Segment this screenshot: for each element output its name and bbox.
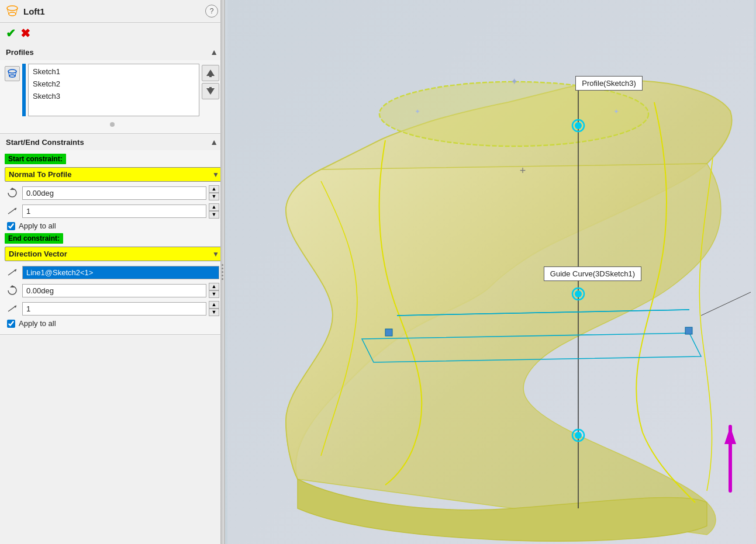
profile-callout: Profile(Sketch3) — [575, 76, 642, 91]
start-angle-spinner: ▲ ▼ — [209, 185, 219, 200]
confirm-button[interactable]: ✔ — [6, 26, 16, 40]
move-up-button[interactable] — [202, 65, 219, 81]
start-constraint-select[interactable]: Normal To Profile None Direction Vector … — [5, 167, 223, 182]
constraints-section-title: Start/End Constraints — [6, 138, 84, 147]
list-item[interactable]: Sketch1 — [30, 65, 198, 78]
profiles-section-title: Profiles — [6, 48, 34, 57]
start-angle-row: 0.00deg ▲ ▼ — [5, 185, 219, 200]
end-angle-input[interactable] — [22, 284, 206, 297]
svg-point-5 — [9, 75, 15, 77]
svg-rect-9 — [209, 75, 212, 77]
3d-viewport-svg: + ✦ ✦ ✦ — [225, 0, 756, 544]
guide-curve-callout-text: Guide Curve(3DSketch1) — [550, 269, 635, 278]
end-direction-row — [5, 265, 219, 280]
profiles-nav — [202, 64, 219, 116]
profiles-main-row: Sketch1 Sketch2 Sketch3 — [5, 64, 219, 116]
left-panel: Loft1 ? ✔ ✖ Profiles ▲ — [0, 0, 225, 544]
svg-text:✦: ✦ — [415, 108, 420, 116]
profiles-chevron-icon: ▲ — [210, 47, 218, 57]
start-angle-up-button[interactable]: ▲ — [209, 185, 219, 193]
action-row: ✔ ✖ — [0, 23, 224, 44]
start-constraint-dropdown-row: Normal To Profile None Direction Vector … — [5, 167, 219, 182]
end-tangent-input[interactable] — [22, 302, 206, 316]
end-direction-input[interactable] — [22, 266, 219, 279]
svg-rect-11 — [209, 87, 212, 89]
profiles-section-header[interactable]: Profiles ▲ — [0, 44, 224, 60]
svg-point-27 — [575, 122, 582, 129]
profiles-icon-col — [5, 64, 20, 116]
end-angle-row: ▲ ▼ — [5, 283, 219, 298]
svg-text:+: + — [520, 165, 526, 176]
tangent-icon — [5, 203, 20, 219]
start-apply-all-label: Apply to all — [19, 221, 56, 230]
start-tangent-row: 1 ▲ ▼ — [5, 203, 219, 219]
end-constraint-dropdown-row: Direction Vector None Normal To Profile … — [5, 247, 219, 261]
constraints-section: Start/End Constraints ▲ Start constraint… — [0, 134, 224, 335]
cancel-button[interactable]: ✖ — [20, 26, 30, 40]
end-rotation-icon — [5, 283, 20, 298]
start-tangent-down-button[interactable]: ▼ — [209, 211, 219, 219]
constraints-chevron-icon: ▲ — [210, 137, 218, 147]
rotation-icon — [5, 185, 20, 200]
svg-point-1 — [9, 12, 16, 16]
constraints-section-header[interactable]: Start/End Constraints ▲ — [0, 134, 224, 150]
end-angle-up-button[interactable]: ▲ — [209, 283, 219, 290]
profiles-list[interactable]: Sketch1 Sketch2 Sketch3 — [28, 64, 199, 116]
profiles-section-body: Sketch1 Sketch2 Sketch3 — [0, 60, 224, 133]
guide-curve-callout: Guide Curve(3DSketch1) — [544, 266, 641, 281]
resize-dots — [222, 264, 223, 280]
list-item[interactable]: Sketch2 — [30, 78, 198, 90]
end-apply-all-row: Apply to all — [5, 319, 219, 328]
viewport[interactable]: + ✦ ✦ ✦ Profile(Sketch3) Guide Curve(3DS… — [225, 0, 756, 544]
constraints-section-body: Start constraint: Normal To Profile None… — [0, 150, 224, 334]
start-tangent-spinner: ▲ ▼ — [209, 203, 219, 219]
start-tangent-up-button[interactable]: ▲ — [209, 203, 219, 211]
end-tangent-spinner: ▲ ▼ — [209, 301, 219, 316]
scroll-dot — [110, 122, 115, 127]
start-apply-all-row: Apply to all — [5, 221, 219, 230]
svg-point-4 — [8, 70, 16, 73]
end-tangent-down-button[interactable]: ▼ — [209, 309, 219, 316]
svg-rect-33 — [685, 327, 692, 334]
end-tangent-up-button[interactable]: ▲ — [209, 301, 219, 309]
blue-bar — [22, 64, 26, 116]
svg-point-31 — [575, 432, 582, 439]
svg-point-29 — [575, 290, 582, 297]
svg-rect-32 — [385, 329, 392, 336]
start-constraint-label: Start constraint: — [5, 154, 219, 167]
list-item[interactable]: Sketch3 — [30, 90, 198, 102]
end-tangent-row: ▲ ▼ — [5, 301, 219, 316]
end-angle-spinner: ▲ ▼ — [209, 283, 219, 298]
help-button[interactable]: ? — [205, 5, 218, 18]
start-angle-input[interactable]: 0.00deg — [22, 186, 206, 200]
title-bar: Loft1 ? — [0, 0, 224, 23]
end-angle-down-button[interactable]: ▼ — [209, 290, 219, 298]
page-title: Loft1 — [23, 6, 205, 16]
start-angle-down-button[interactable]: ▼ — [209, 193, 219, 200]
svg-text:✦: ✦ — [613, 108, 619, 116]
panel-scroll: Profiles ▲ — [0, 44, 224, 544]
end-tangent-icon — [5, 301, 20, 316]
start-apply-all-checkbox[interactable] — [7, 222, 15, 230]
move-down-button[interactable] — [202, 83, 219, 99]
svg-point-0 — [7, 6, 18, 11]
loft-icon — [6, 5, 19, 18]
scroll-indicator — [5, 119, 219, 130]
profile-callout-text: Profile(Sketch3) — [582, 79, 636, 88]
end-direction-icon — [5, 265, 20, 280]
end-constraint-select[interactable]: Direction Vector None Normal To Profile … — [5, 247, 223, 261]
end-constraint-label: End constraint: — [5, 233, 219, 247]
start-tangent-input[interactable]: 1 — [22, 205, 206, 218]
resize-handle[interactable] — [220, 0, 224, 544]
add-profile-button[interactable] — [5, 66, 20, 81]
end-apply-all-checkbox[interactable] — [7, 320, 15, 328]
end-apply-all-label: Apply to all — [19, 319, 56, 328]
svg-text:✦: ✦ — [510, 77, 518, 86]
profiles-section: Profiles ▲ — [0, 44, 224, 134]
